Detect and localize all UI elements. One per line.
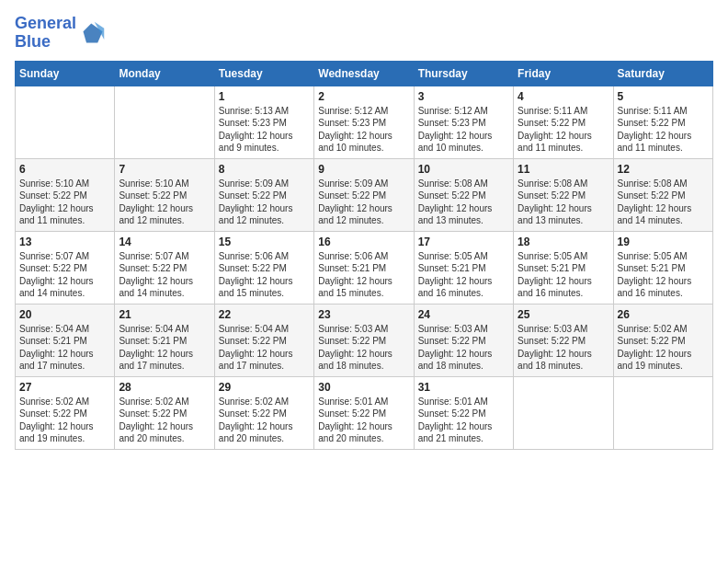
day-number: 21 (119, 308, 210, 321)
weekday-header: Friday (514, 61, 613, 86)
calendar-cell: 6Sunrise: 5:10 AMSunset: 5:22 PMDaylight… (16, 158, 115, 231)
day-number: 31 (418, 381, 509, 394)
day-info: Sunrise: 5:11 AMSunset: 5:22 PMDaylight:… (518, 105, 609, 155)
day-info: Sunrise: 5:02 AMSunset: 5:22 PMDaylight:… (219, 396, 310, 445)
day-number: 13 (19, 236, 110, 248)
weekday-header: Saturday (613, 61, 712, 86)
day-number: 3 (418, 90, 509, 103)
calendar-cell: 1Sunrise: 5:13 AMSunset: 5:23 PMDaylight… (214, 86, 313, 158)
day-info: Sunrise: 5:13 AMSunset: 5:23 PMDaylight:… (219, 105, 310, 155)
calendar-cell: 10Sunrise: 5:08 AMSunset: 5:22 PMDayligh… (414, 158, 513, 231)
day-info: Sunrise: 5:04 AMSunset: 5:22 PMDaylight:… (219, 323, 310, 373)
calendar-cell: 30Sunrise: 5:01 AMSunset: 5:22 PMDayligh… (314, 376, 414, 449)
day-info: Sunrise: 5:09 AMSunset: 5:22 PMDaylight:… (318, 178, 409, 227)
calendar-week-row: 13Sunrise: 5:07 AMSunset: 5:22 PMDayligh… (16, 231, 713, 304)
weekday-header: Wednesday (314, 61, 414, 86)
calendar-cell: 21Sunrise: 5:04 AMSunset: 5:21 PMDayligh… (115, 304, 214, 376)
calendar-cell: 9Sunrise: 5:09 AMSunset: 5:22 PMDaylight… (314, 158, 414, 231)
calendar-cell: 2Sunrise: 5:12 AMSunset: 5:23 PMDaylight… (314, 86, 414, 158)
calendar-cell (115, 86, 214, 158)
day-number: 27 (19, 381, 110, 394)
day-info: Sunrise: 5:06 AMSunset: 5:21 PMDaylight:… (318, 250, 409, 300)
calendar-cell (613, 376, 712, 449)
calendar-cell: 26Sunrise: 5:02 AMSunset: 5:22 PMDayligh… (613, 304, 712, 376)
day-number: 28 (119, 381, 210, 394)
day-info: Sunrise: 5:03 AMSunset: 5:22 PMDaylight:… (418, 323, 509, 373)
day-info: Sunrise: 5:12 AMSunset: 5:23 PMDaylight:… (318, 105, 409, 155)
calendar-cell: 11Sunrise: 5:08 AMSunset: 5:22 PMDayligh… (514, 158, 613, 231)
calendar-cell: 22Sunrise: 5:04 AMSunset: 5:22 PMDayligh… (214, 304, 313, 376)
day-info: Sunrise: 5:05 AMSunset: 5:21 PMDaylight:… (618, 250, 709, 300)
day-number: 2 (318, 90, 409, 103)
day-info: Sunrise: 5:12 AMSunset: 5:23 PMDaylight:… (418, 105, 509, 155)
day-number: 18 (518, 236, 609, 248)
day-info: Sunrise: 5:06 AMSunset: 5:22 PMDaylight:… (219, 250, 310, 300)
calendar-cell (514, 376, 613, 449)
day-info: Sunrise: 5:03 AMSunset: 5:22 PMDaylight:… (318, 323, 409, 373)
calendar-table: SundayMondayTuesdayWednesdayThursdayFrid… (15, 61, 713, 450)
calendar-cell: 8Sunrise: 5:09 AMSunset: 5:22 PMDaylight… (214, 158, 313, 231)
calendar-cell: 19Sunrise: 5:05 AMSunset: 5:21 PMDayligh… (613, 231, 712, 304)
calendar-cell: 17Sunrise: 5:05 AMSunset: 5:21 PMDayligh… (414, 231, 513, 304)
logo: General Blue (15, 15, 106, 52)
day-info: Sunrise: 5:07 AMSunset: 5:22 PMDaylight:… (19, 250, 110, 300)
day-number: 5 (618, 90, 709, 103)
day-number: 20 (19, 308, 110, 321)
day-info: Sunrise: 5:03 AMSunset: 5:22 PMDaylight:… (518, 323, 609, 373)
day-number: 11 (518, 163, 609, 176)
calendar-cell: 5Sunrise: 5:11 AMSunset: 5:22 PMDaylight… (613, 86, 712, 158)
day-number: 19 (618, 236, 709, 248)
day-number: 6 (19, 163, 110, 176)
calendar-week-row: 6Sunrise: 5:10 AMSunset: 5:22 PMDaylight… (16, 158, 713, 231)
day-number: 8 (219, 163, 310, 176)
day-number: 16 (318, 236, 409, 248)
page-header: General Blue (15, 15, 713, 52)
calendar-cell: 29Sunrise: 5:02 AMSunset: 5:22 PMDayligh… (214, 376, 313, 449)
day-info: Sunrise: 5:10 AMSunset: 5:22 PMDaylight:… (119, 178, 210, 227)
day-number: 25 (518, 308, 609, 321)
day-number: 12 (618, 163, 709, 176)
calendar-cell: 28Sunrise: 5:02 AMSunset: 5:22 PMDayligh… (115, 376, 214, 449)
day-number: 23 (318, 308, 409, 321)
calendar-cell (16, 86, 115, 158)
calendar-cell: 14Sunrise: 5:07 AMSunset: 5:22 PMDayligh… (115, 231, 214, 304)
weekday-header: Sunday (16, 61, 115, 86)
calendar-cell: 16Sunrise: 5:06 AMSunset: 5:21 PMDayligh… (314, 231, 414, 304)
weekday-header: Thursday (414, 61, 513, 86)
day-info: Sunrise: 5:05 AMSunset: 5:21 PMDaylight:… (518, 250, 609, 300)
calendar-cell: 3Sunrise: 5:12 AMSunset: 5:23 PMDaylight… (414, 86, 513, 158)
calendar-week-row: 27Sunrise: 5:02 AMSunset: 5:22 PMDayligh… (16, 376, 713, 449)
calendar-cell: 20Sunrise: 5:04 AMSunset: 5:21 PMDayligh… (16, 304, 115, 376)
day-number: 14 (119, 236, 210, 248)
day-info: Sunrise: 5:07 AMSunset: 5:22 PMDaylight:… (119, 250, 210, 300)
day-info: Sunrise: 5:04 AMSunset: 5:21 PMDaylight:… (19, 323, 110, 373)
calendar-cell: 13Sunrise: 5:07 AMSunset: 5:22 PMDayligh… (16, 231, 115, 304)
day-info: Sunrise: 5:08 AMSunset: 5:22 PMDaylight:… (418, 178, 509, 227)
day-info: Sunrise: 5:01 AMSunset: 5:22 PMDaylight:… (418, 396, 509, 445)
day-info: Sunrise: 5:04 AMSunset: 5:21 PMDaylight:… (119, 323, 210, 373)
day-number: 30 (318, 381, 409, 394)
day-number: 9 (318, 163, 409, 176)
calendar-cell: 23Sunrise: 5:03 AMSunset: 5:22 PMDayligh… (314, 304, 414, 376)
calendar-header-row: SundayMondayTuesdayWednesdayThursdayFrid… (16, 61, 713, 86)
day-info: Sunrise: 5:08 AMSunset: 5:22 PMDaylight:… (518, 178, 609, 227)
calendar-cell: 18Sunrise: 5:05 AMSunset: 5:21 PMDayligh… (514, 231, 613, 304)
calendar-cell: 15Sunrise: 5:06 AMSunset: 5:22 PMDayligh… (214, 231, 313, 304)
logo-icon (80, 20, 106, 46)
day-number: 22 (219, 308, 310, 321)
calendar-week-row: 1Sunrise: 5:13 AMSunset: 5:23 PMDaylight… (16, 86, 713, 158)
calendar-cell: 4Sunrise: 5:11 AMSunset: 5:22 PMDaylight… (514, 86, 613, 158)
day-info: Sunrise: 5:02 AMSunset: 5:22 PMDaylight:… (119, 396, 210, 445)
calendar-cell: 27Sunrise: 5:02 AMSunset: 5:22 PMDayligh… (16, 376, 115, 449)
logo-text: General Blue (15, 15, 76, 52)
day-number: 1 (219, 90, 310, 103)
day-info: Sunrise: 5:01 AMSunset: 5:22 PMDaylight:… (318, 396, 409, 445)
weekday-header: Tuesday (214, 61, 313, 86)
day-number: 29 (219, 381, 310, 394)
day-number: 4 (518, 90, 609, 103)
calendar-cell: 31Sunrise: 5:01 AMSunset: 5:22 PMDayligh… (414, 376, 513, 449)
calendar-week-row: 20Sunrise: 5:04 AMSunset: 5:21 PMDayligh… (16, 304, 713, 376)
day-info: Sunrise: 5:05 AMSunset: 5:21 PMDaylight:… (418, 250, 509, 300)
day-number: 7 (119, 163, 210, 176)
day-info: Sunrise: 5:11 AMSunset: 5:22 PMDaylight:… (618, 105, 709, 155)
